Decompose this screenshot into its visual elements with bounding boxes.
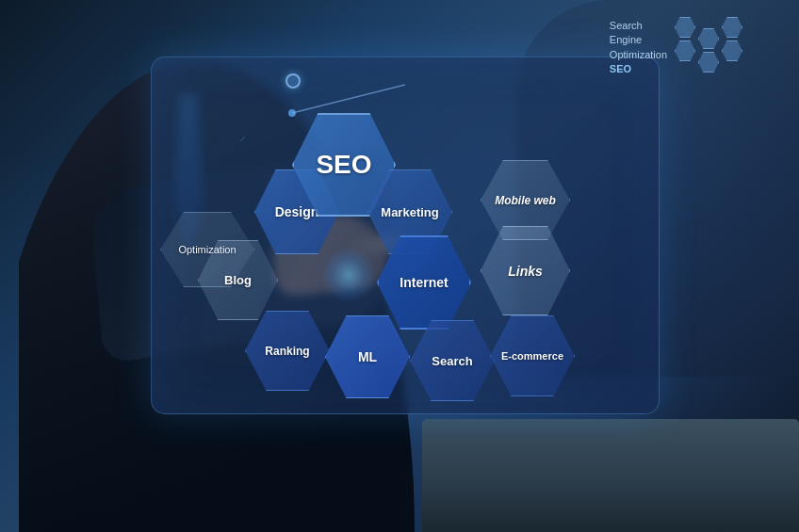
mini-hex-1 (675, 17, 695, 38)
seo-label-line3: Optimization (610, 48, 667, 62)
hex-ranking[interactable]: Ranking (245, 311, 330, 391)
mini-hex-3 (698, 28, 719, 49)
mini-hex-5 (722, 17, 742, 38)
hex-ml[interactable]: ML (325, 315, 410, 398)
main-scene: Optimization Blog Design SEO Marketing M… (0, 0, 799, 532)
hex-ecommerce-label: E-commerce (501, 350, 563, 362)
hex-links-label: Links (508, 264, 543, 279)
hex-internet-label: Internet (400, 275, 448, 290)
seo-label-line4: SEO (610, 62, 667, 76)
hex-blog-label: Blog (224, 273, 252, 287)
hex-design-label: Design (275, 204, 319, 219)
hex-search[interactable]: Search (410, 320, 495, 401)
hex-seo-label: SEO (316, 150, 371, 180)
hex-links[interactable]: Links (481, 226, 570, 315)
hex-ecommerce[interactable]: E-commerce (490, 315, 575, 396)
hex-search-label: Search (432, 354, 472, 368)
hexagon-grid: Optimization Blog Design SEO Marketing M… (160, 75, 660, 414)
seo-label-annotation: Search Engine Optimization SEO (610, 19, 667, 77)
seo-label-line2: Engine (610, 33, 667, 47)
hex-ranking-label: Ranking (265, 345, 309, 358)
mini-hex-4 (698, 52, 719, 73)
hex-mobile-web-label: Mobile web (495, 194, 556, 207)
mini-hex-6 (722, 40, 742, 61)
desk-surface (422, 419, 799, 532)
honeycomb-decoration (675, 17, 742, 73)
hex-marketing-label: Marketing (381, 205, 438, 219)
mini-hex-2 (675, 40, 695, 61)
hex-ml-label: ML (358, 349, 377, 364)
seo-connector-dot (285, 73, 301, 89)
seo-label-line1: Search (610, 19, 667, 33)
